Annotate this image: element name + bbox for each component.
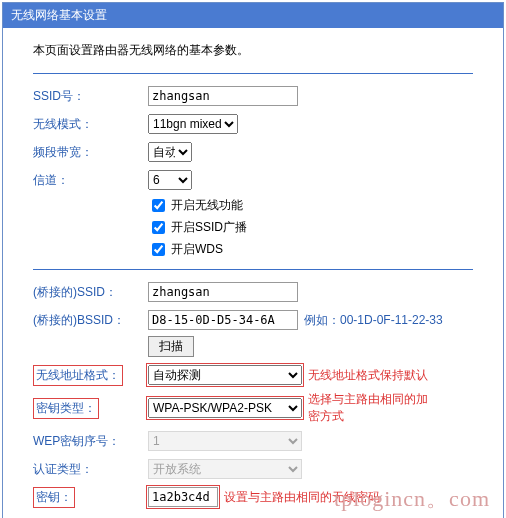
key-input[interactable]: [148, 487, 218, 507]
enable-ssid-broadcast-checkbox[interactable]: [152, 221, 165, 234]
panel-body: 本页面设置路由器无线网络的基本参数。 SSID号： 无线模式： 11bgn mi…: [3, 28, 503, 518]
wireless-settings-panel: 无线网络基本设置 本页面设置路由器无线网络的基本参数。 SSID号： 无线模式：…: [2, 2, 504, 518]
auth-type-label: 认证类型：: [33, 461, 148, 478]
divider: [33, 73, 473, 74]
addr-format-hint: 无线地址格式保持默认: [308, 367, 428, 384]
mode-select[interactable]: 11bgn mixed: [148, 114, 238, 134]
wep-index-select: 1: [148, 431, 302, 451]
bandwidth-label: 频段带宽：: [33, 144, 148, 161]
addr-format-select[interactable]: 自动探测: [148, 365, 302, 385]
wep-index-label: WEP密钥序号：: [33, 433, 148, 450]
enable-wifi-label: 开启无线功能: [171, 197, 243, 214]
channel-label: 信道：: [33, 172, 148, 189]
scan-button[interactable]: 扫描: [148, 336, 194, 357]
enable-wds-checkbox[interactable]: [152, 243, 165, 256]
key-type-hint: 选择与主路由相同的加密方式: [308, 391, 438, 425]
mode-label: 无线模式：: [33, 116, 148, 133]
key-type-label: 密钥类型：: [33, 398, 99, 419]
bridge-ssid-label: (桥接的)SSID：: [33, 284, 148, 301]
bandwidth-select[interactable]: 自动: [148, 142, 192, 162]
bssid-example-prefix: 例如：00-1D-0F-11-22-33: [304, 312, 443, 329]
enable-ssid-broadcast-label: 开启SSID广播: [171, 219, 247, 236]
ssid-input[interactable]: [148, 86, 298, 106]
panel-description: 本页面设置路由器无线网络的基本参数。: [33, 42, 473, 59]
enable-wifi-checkbox[interactable]: [152, 199, 165, 212]
bridge-ssid-input[interactable]: [148, 282, 298, 302]
bridge-bssid-label: (桥接的)BSSID：: [33, 312, 148, 329]
addr-format-label: 无线地址格式：: [33, 365, 123, 386]
enable-wds-label: 开启WDS: [171, 241, 223, 258]
key-label: 密钥：: [33, 487, 75, 508]
auth-type-select: 开放系统: [148, 459, 302, 479]
key-type-select[interactable]: WPA-PSK/WPA2-PSK: [148, 398, 302, 418]
divider: [33, 269, 473, 270]
key-hint: 设置与主路由相同的无线密码: [224, 489, 380, 506]
channel-select[interactable]: 6: [148, 170, 192, 190]
bridge-bssid-input[interactable]: [148, 310, 298, 330]
ssid-label: SSID号：: [33, 88, 148, 105]
panel-title: 无线网络基本设置: [3, 3, 503, 28]
